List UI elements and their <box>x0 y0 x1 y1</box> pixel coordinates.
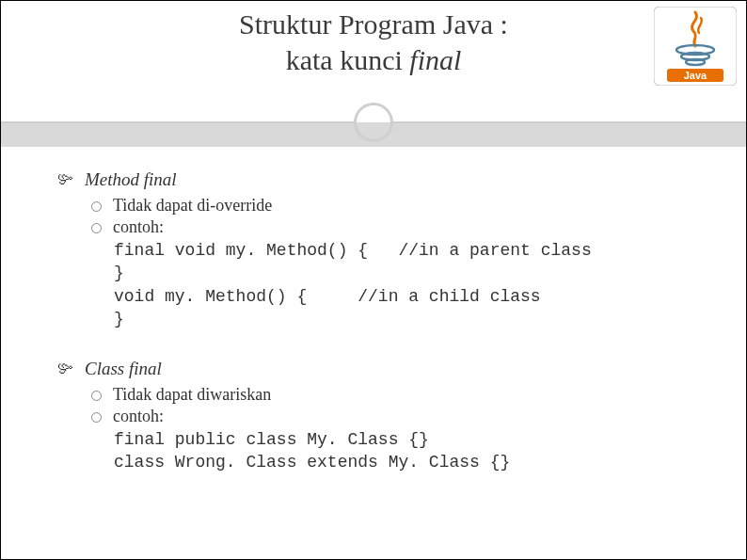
svg-text:Java: Java <box>684 70 707 81</box>
circle-bullet-icon <box>91 412 102 423</box>
circle-bullet-icon <box>91 223 102 233</box>
section-heading: 🙛 Method final <box>57 169 699 190</box>
title-line1: Struktur Program Java : <box>239 8 508 40</box>
list-item-text: contoh: <box>113 407 164 426</box>
slide-header: Struktur Program Java : kata kunci final… <box>1 1 746 147</box>
list-item: Tidak dapat di-override <box>91 196 699 216</box>
section-heading: 🙛 Class final <box>57 359 699 379</box>
list-item: contoh: <box>91 407 699 426</box>
bullet-icon: 🙛 <box>57 359 75 379</box>
java-logo: Java <box>654 7 737 86</box>
title-line2-prefix: kata kunci <box>286 44 410 75</box>
section-class-final: 🙛 Class final Tidak dapat diwariskan con… <box>57 359 699 474</box>
section-heading-text: Method final <box>85 169 177 190</box>
section-method-final: 🙛 Method final Tidak dapat di-override c… <box>57 169 699 330</box>
title-divider <box>1 103 746 142</box>
title-line2-italic: final <box>409 44 461 75</box>
code-block: final public class My. Class {} class Wr… <box>114 428 699 474</box>
list-item: contoh: <box>91 217 699 237</box>
list-item-text: Tidak dapat di-override <box>113 196 272 216</box>
circle-bullet-icon <box>91 391 102 401</box>
divider-circle-icon <box>354 103 393 142</box>
list-item-text: Tidak dapat diwariskan <box>113 385 271 405</box>
code-block: final void my. Method() { //in a parent … <box>114 239 699 330</box>
list-item: Tidak dapat diwariskan <box>91 385 699 405</box>
list-item-text: contoh: <box>113 217 164 237</box>
slide-content: 🙛 Method final Tidak dapat di-override c… <box>1 147 746 474</box>
section-heading-text: Class final <box>85 359 162 379</box>
circle-bullet-icon <box>91 201 102 212</box>
bullet-icon: 🙛 <box>57 169 75 190</box>
slide-title: Struktur Program Java : kata kunci final <box>1 1 746 77</box>
